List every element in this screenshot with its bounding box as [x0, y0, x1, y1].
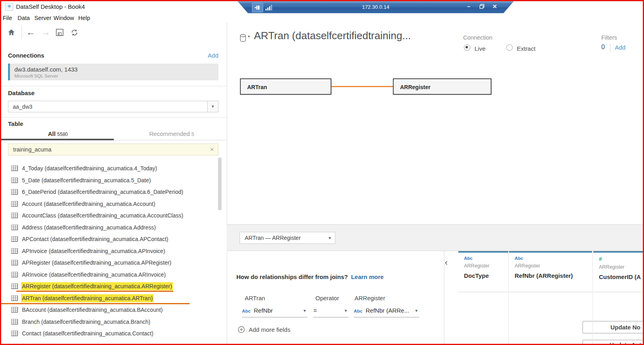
connection-accent-bar — [8, 64, 10, 80]
clear-search-icon[interactable]: ✕ — [210, 147, 214, 152]
divider — [0, 117, 227, 118]
radio-live[interactable]: Live — [464, 44, 485, 52]
update-now-button[interactable]: Update No — [583, 321, 644, 333]
filters-add-link[interactable]: Add — [615, 44, 626, 51]
chevron-down-icon: ▾ — [303, 308, 306, 313]
left-field-dropdown[interactable]: Abc RefNbr ▾ — [242, 303, 307, 317]
chevron-down-icon[interactable]: ▾ — [248, 34, 250, 38]
table-list-item[interactable]: APRegister (dataselfcertifiedtraining_ac… — [11, 257, 213, 268]
window-title: DataSelf Desktop - Book4 — [16, 3, 85, 10]
relationship-pair-value: ARTran — ARRegister — [245, 235, 301, 241]
relationship-connector[interactable] — [331, 86, 393, 87]
rdp-restore-button[interactable] — [478, 4, 486, 10]
chevron-down-icon: ▾ — [415, 308, 418, 313]
chevron-down-icon: ▾ — [329, 232, 331, 243]
table-item-label: 4_Today (dataselfcertifiedtraining_acuma… — [22, 165, 157, 172]
table-list-item[interactable]: ARInvoice (dataselfcertifiedtraining_acu… — [11, 269, 213, 280]
refresh-button[interactable] — [70, 28, 79, 38]
column-field: CustomerID (A — [599, 273, 644, 280]
table-list-item-artran[interactable]: ARTran (dataselfcertifiedtraining_acumat… — [11, 292, 213, 304]
table-list-item[interactable]: 5_Date (dataselfcertifiedtraining_acumat… — [11, 174, 213, 186]
radio-extract[interactable]: Extract — [506, 44, 535, 52]
connection-card[interactable]: dw3.dataself.com, 1433 Microsoft SQL Ser… — [8, 64, 218, 80]
plus-circle-icon — [238, 326, 245, 333]
preview-column-doctype[interactable]: Abc ARRegister DocType — [458, 251, 508, 292]
relationship-pair-dropdown[interactable]: ARTran — ARRegister ▾ — [240, 232, 335, 244]
list-scrollbar[interactable] — [218, 158, 222, 210]
table-search-input[interactable]: training_acuma ✕ — [8, 144, 218, 156]
table-list-item[interactable]: 6_DatePeriod (dataselfcertifiedtraining_… — [11, 186, 213, 197]
app-window: ✳ DataSelf Desktop - Book4 172.30.0.14 – — [0, 0, 644, 345]
datasource-title[interactable]: ARTran (dataselfcertifiedtraining... — [254, 30, 411, 42]
tab-recommended[interactable]: Recommended 5 — [132, 129, 212, 139]
datasource-icon[interactable] — [240, 34, 246, 44]
connection-label: Connection — [463, 34, 492, 41]
table-list-item[interactable]: APContact (dataselfcertifiedtraining_acu… — [11, 233, 213, 245]
table-icon — [11, 166, 18, 171]
table-item-label: AccountClass (dataselfcertifiedtraining_… — [22, 212, 183, 219]
operator-dropdown[interactable]: = ▾ — [313, 303, 349, 317]
rdp-close-button[interactable]: ✕ — [491, 3, 499, 10]
restore-icon — [480, 4, 484, 9]
search-value: training_acuma — [13, 146, 52, 153]
radio-live-circle[interactable] — [464, 44, 470, 51]
table-list-item[interactable]: AccountClass (dataselfcertifiedtraining_… — [11, 209, 213, 221]
home-button[interactable] — [7, 28, 16, 38]
right-table-label: ARRegister — [355, 295, 385, 301]
preview-column-customerid[interactable]: # ARRegister CustomerID (A — [593, 251, 644, 292]
menu-data[interactable]: Data — [18, 13, 30, 23]
right-field-dropdown[interactable]: Abc RefNbr (ARRe... ▾ — [354, 303, 419, 317]
table-item-label: BAccount (dataselfcertifiedtraining_acum… — [22, 307, 163, 313]
table-list-item[interactable]: Contact (dataselfcertifiedtraining_acuma… — [11, 327, 213, 339]
add-connection-link[interactable]: Add — [204, 52, 218, 59]
menu-server[interactable]: Server — [34, 13, 52, 23]
database-value: aa_dw3 — [13, 104, 32, 110]
node-arregister[interactable]: ARRegister — [393, 78, 491, 95]
table-item-label: Account (dataselfcertifiedtraining_acuma… — [22, 201, 155, 207]
menu-window[interactable]: Window — [54, 13, 74, 23]
table-icon — [11, 295, 18, 301]
preview-panel-divider — [444, 251, 444, 345]
node-artran[interactable]: ARTran — [240, 78, 331, 95]
table-list-item[interactable]: 4_Today (dataselfcertifiedtraining_acuma… — [11, 162, 213, 174]
forward-button[interactable]: → — [42, 28, 50, 36]
table-list-item[interactable]: BAccount (dataselfcertifiedtraining_acum… — [11, 304, 213, 315]
menu-file[interactable]: File — [3, 13, 12, 23]
table-icon — [11, 201, 18, 207]
table-list-item[interactable]: Address (dataselfcertifiedtraining_acuma… — [11, 221, 213, 233]
table-list-item-arregister[interactable]: ARRegister (dataselfcertifiedtraining_ac… — [11, 280, 213, 292]
tab-all-label: All — [48, 130, 55, 137]
table-icon — [11, 331, 18, 336]
table-item-label: ARRegister (dataselfcertifiedtraining_ac… — [22, 283, 172, 289]
rdp-connection-bar: 172.30.0.14 – ✕ — [238, 1, 514, 13]
operator-label: Operator — [315, 295, 339, 301]
tab-all[interactable]: All 5580 — [24, 129, 92, 139]
question-text: How do relationships differ from joins? — [236, 273, 348, 280]
abc-type-icon: Abc — [354, 309, 363, 313]
left-table-label: ARTran — [245, 295, 265, 301]
collapse-panel-chevron[interactable]: ‹ — [445, 257, 448, 268]
back-button[interactable]: ← — [26, 28, 35, 36]
filters-divider — [610, 44, 610, 52]
column-table: ARRegister — [464, 263, 508, 269]
chevron-down-icon[interactable]: ▾ — [207, 101, 218, 112]
update-secondary-button[interactable]: Update Aut — [583, 340, 644, 345]
relationship-help-text: How do relationships differ from joins?L… — [236, 273, 384, 280]
table-icon — [11, 307, 18, 313]
database-dropdown[interactable]: aa_dw3 ▾ — [8, 101, 218, 112]
table-item-label: APInvoice (dataselfcertifiedtraining_acu… — [22, 248, 165, 254]
table-list-item[interactable]: Account (dataselfcertifiedtraining_acuma… — [11, 198, 213, 209]
connection-server: dw3.dataself.com, 1433 — [14, 66, 77, 73]
save-button[interactable] — [56, 29, 63, 38]
learn-more-link[interactable]: Learn more — [351, 273, 384, 280]
radio-extract-circle[interactable] — [506, 44, 513, 51]
save-icon — [56, 29, 63, 36]
table-icon — [11, 260, 18, 265]
preview-column-refnbr[interactable]: Abc ARRegister RefNbr (ARRegister) — [509, 251, 592, 292]
table-list-item[interactable]: APInvoice (dataselfcertifiedtraining_acu… — [11, 245, 213, 257]
table-icon — [11, 283, 18, 289]
rdp-minimize-button[interactable]: – — [465, 3, 473, 10]
table-list-item[interactable]: Branch (dataselfcertifiedtraining_acumat… — [11, 316, 213, 327]
menu-help[interactable]: Help — [78, 13, 90, 23]
add-more-fields-button[interactable]: Add more fields — [238, 326, 290, 333]
